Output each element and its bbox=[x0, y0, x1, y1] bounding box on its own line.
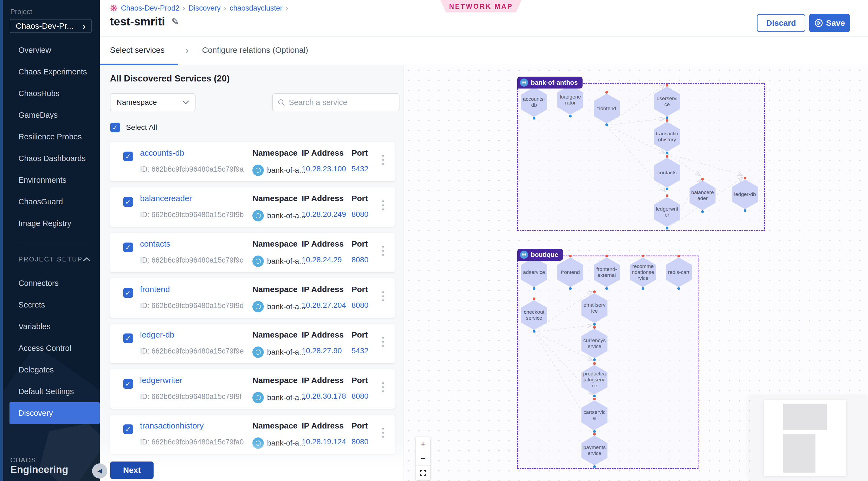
ingress-port-dot bbox=[593, 362, 596, 365]
tab-configure-relations[interactable]: Configure relations (Optional) bbox=[202, 36, 308, 64]
sidebar-item-delegates[interactable]: Delegates bbox=[3, 359, 100, 381]
row-menu-kebab-icon[interactable] bbox=[380, 381, 386, 394]
service-id: ID: 662b6c9fcb96480a15c79f9f bbox=[140, 392, 242, 401]
ip-value[interactable]: 10.28.24.29 bbox=[302, 256, 342, 264]
breadcrumb-separator-icon: › bbox=[286, 4, 288, 12]
egress-port-dot bbox=[533, 287, 535, 290]
ip-value[interactable]: 10.28.27.204 bbox=[302, 301, 346, 310]
breadcrumb-separator-icon: › bbox=[183, 4, 185, 12]
egress-port-dot bbox=[593, 465, 596, 468]
service-checkbox[interactable]: ✓ bbox=[123, 379, 133, 389]
sidebar-item-image-registry[interactable]: Image Registry bbox=[3, 213, 100, 234]
sidebar-item-resilience-probes[interactable]: Resilience Probes bbox=[3, 126, 100, 148]
next-button[interactable]: Next bbox=[110, 461, 154, 479]
breadcrumb: ❋Chaos-Dev-Prod2›Discovery›chaosdayclust… bbox=[110, 3, 288, 13]
sidebar-item-discovery[interactable]: Discovery bbox=[9, 402, 100, 424]
group-badge-bank-of-anthos[interactable]: ☸bank-of-anthos bbox=[517, 76, 583, 89]
egress-port-dot bbox=[744, 209, 746, 212]
service-card: ✓frontendID: 662b6c9fcb96480a15c79f9dNam… bbox=[110, 278, 395, 318]
row-menu-kebab-icon[interactable] bbox=[380, 199, 386, 212]
ingress-port-dot bbox=[677, 255, 680, 257]
minimap[interactable] bbox=[750, 397, 868, 481]
service-checkbox[interactable]: ✓ bbox=[123, 424, 133, 434]
edit-title-icon[interactable]: ✎ bbox=[172, 16, 179, 27]
chevron-up-icon bbox=[83, 257, 90, 261]
sidebar-item-overview[interactable]: Overview bbox=[3, 39, 100, 61]
service-name-link[interactable]: balancereader bbox=[140, 194, 192, 203]
ip-value[interactable]: 10.28.30.178 bbox=[302, 392, 346, 400]
project-setup-header[interactable]: PROJECT SETUP bbox=[19, 253, 90, 265]
network-map-panel: ☸bank-of-anthosaccounts-dbloadgeneratorf… bbox=[404, 65, 868, 481]
services-heading: All Discovered Services (20) bbox=[110, 73, 230, 84]
breadcrumb-link-2[interactable]: chaosdaycluster bbox=[230, 4, 282, 12]
fit-view-icon bbox=[420, 469, 427, 476]
breadcrumb-link-1[interactable]: Discovery bbox=[188, 4, 221, 12]
service-name-link[interactable]: ledgerwriter bbox=[140, 376, 183, 385]
service-name-link[interactable]: accounts-db bbox=[140, 148, 184, 158]
tab-select-services[interactable]: Select services bbox=[110, 36, 165, 64]
ip-value[interactable]: 10.28.23.100 bbox=[302, 165, 346, 173]
select-all-checkbox[interactable]: ✓ bbox=[110, 123, 120, 132]
row-menu-kebab-icon[interactable] bbox=[380, 335, 386, 348]
search-input[interactable] bbox=[289, 98, 394, 107]
minimap-group-rect bbox=[783, 404, 827, 430]
save-button[interactable]: Save bbox=[809, 14, 850, 32]
namespace-filter-label: Namespace bbox=[117, 98, 157, 107]
egress-port-dot bbox=[642, 287, 644, 290]
project-selector[interactable]: Chaos-Dev-Pr... › bbox=[10, 19, 92, 33]
sidebar-item-environments[interactable]: Environments bbox=[3, 169, 100, 191]
ip-value[interactable]: 10.28.20.249 bbox=[302, 210, 346, 219]
sidebar-item-connectors[interactable]: Connectors bbox=[3, 272, 100, 294]
sidebar-item-access-control[interactable]: Access Control bbox=[3, 337, 100, 359]
row-menu-kebab-icon[interactable] bbox=[380, 290, 386, 303]
ingress-port-dot bbox=[744, 177, 746, 180]
service-id: ID: 662b6c9fcb96480a15c79f9e bbox=[140, 347, 244, 355]
namespace-filter-dropdown[interactable]: Namespace bbox=[110, 93, 195, 111]
service-name-link[interactable]: contacts bbox=[140, 239, 170, 249]
egress-port-dot bbox=[666, 117, 669, 119]
service-name-link[interactable]: transactionhistory bbox=[140, 421, 204, 430]
group-label: bank-of-anthos bbox=[531, 79, 578, 86]
row-menu-kebab-icon[interactable] bbox=[380, 426, 386, 439]
services-list-panel: All Discovered Services (20) Namespace ✓… bbox=[100, 65, 404, 481]
ingress-port-dot bbox=[605, 91, 608, 94]
service-checkbox[interactable]: ✓ bbox=[123, 243, 133, 252]
sidebar-collapse-button[interactable]: ◀ bbox=[92, 463, 107, 479]
service-name-link[interactable]: ledger-db bbox=[140, 330, 175, 340]
kebab-dot bbox=[382, 250, 384, 252]
zoom-in-button[interactable]: + bbox=[416, 437, 430, 451]
sidebar-item-secrets[interactable]: Secrets bbox=[3, 294, 100, 316]
sidebar-item-chaos-dashboards[interactable]: Chaos Dashboards bbox=[3, 148, 100, 169]
ip-value[interactable]: 10.28.27.90 bbox=[302, 347, 342, 355]
page-header: ❋Chaos-Dev-Prod2›Discovery›chaosdayclust… bbox=[100, 0, 868, 36]
service-card: ✓contactsID: 662b6c9fcb96480a15c79f9cNam… bbox=[110, 233, 395, 272]
discard-button[interactable]: Discard bbox=[757, 14, 805, 32]
sidebar-item-gamedays[interactable]: GameDays bbox=[3, 104, 100, 126]
row-menu-kebab-icon[interactable] bbox=[380, 153, 386, 166]
kebab-dot bbox=[382, 341, 384, 343]
egress-port-dot bbox=[701, 210, 704, 213]
row-menu-kebab-icon[interactable] bbox=[380, 244, 386, 257]
service-card: ✓accounts-dbID: 662b6c9fcb96480a15c79f9a… bbox=[110, 142, 395, 181]
service-name-link[interactable]: frontend bbox=[140, 285, 170, 294]
active-tab-underline bbox=[100, 64, 178, 65]
breadcrumb-link-0[interactable]: Chaos-Dev-Prod2 bbox=[121, 4, 180, 12]
project-label: Project bbox=[10, 8, 32, 16]
service-checkbox[interactable]: ✓ bbox=[123, 333, 133, 343]
sidebar-item-default-settings[interactable]: Default Settings bbox=[3, 381, 100, 402]
sidebar-item-chaos-experiments[interactable]: Chaos Experiments bbox=[3, 61, 100, 83]
sidebar-item-chaosguard[interactable]: ChaosGuard bbox=[3, 191, 100, 213]
namespace-value: ⬡bank-of-a... bbox=[252, 210, 306, 221]
sidebar-item-chaoshubs[interactable]: ChaosHubs bbox=[3, 83, 100, 104]
sidebar-item-variables[interactable]: Variables bbox=[3, 316, 100, 337]
service-checkbox[interactable]: ✓ bbox=[123, 288, 133, 298]
service-checkbox[interactable]: ✓ bbox=[123, 152, 133, 161]
group-badge-boutique[interactable]: ☸boutique bbox=[517, 249, 563, 261]
minimap-viewport bbox=[764, 400, 846, 476]
zoom-out-button[interactable]: − bbox=[416, 451, 430, 466]
project-selector-value: Chaos-Dev-Pr... bbox=[16, 21, 73, 31]
service-checkbox[interactable]: ✓ bbox=[123, 197, 133, 207]
column-header-ip: IP Address bbox=[302, 194, 344, 203]
fit-view-button[interactable] bbox=[416, 466, 430, 480]
namespace-value: ⬡bank-of-a... bbox=[252, 165, 306, 176]
